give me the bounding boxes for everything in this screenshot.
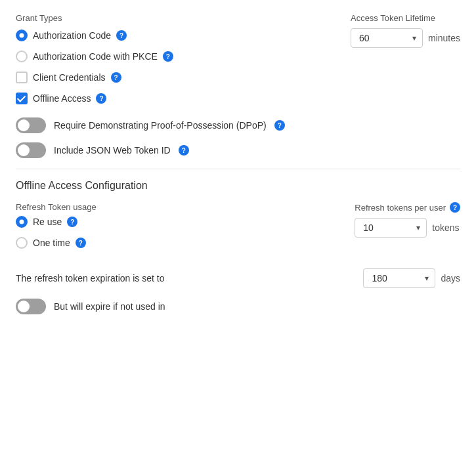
refresh-token-expiration-select[interactable]: 180 90 365 30 [363, 268, 435, 288]
radio-item-auth-code-pkce[interactable]: Authorization Code with PKCE ? [16, 51, 324, 62]
radio-reuse-label: Re use [33, 217, 62, 227]
toggle-dpop-row: Require Demonstrating Proof-of-Possessio… [16, 117, 460, 133]
toggle-jwt-row: Include JSON Web Token ID ? [16, 142, 460, 158]
access-token-lifetime-select[interactable]: 60 30 120 240 [351, 28, 423, 48]
radio-one-time-label: One time [33, 238, 70, 248]
section-divider [16, 169, 460, 169]
radio-auth-code-pkce-label: Authorization Code with PKCE [33, 51, 158, 62]
checkbox-offline-access[interactable] [16, 93, 28, 104]
checkbox-item-client-cred[interactable]: Client Credentials ? [16, 72, 324, 83]
refresh-tokens-per-user-unit: tokens [432, 222, 459, 233]
help-icon-one-time[interactable]: ? [76, 238, 86, 248]
refresh-tokens-per-user-select-wrapper[interactable]: 10 5 20 50 ▾ [355, 218, 427, 238]
help-icon-auth-code[interactable]: ? [116, 30, 127, 41]
radio-item-auth-code[interactable]: Authorization Code ? [16, 30, 324, 41]
refresh-token-usage-label: Refresh Token usage [16, 202, 97, 212]
radio-auth-code-pkce[interactable] [16, 51, 28, 62]
offline-access-config-title: Offline Access Configuration [16, 180, 460, 192]
refresh-token-expiration-unit: days [441, 273, 460, 284]
toggle-expire-slider [16, 299, 46, 314]
radio-one-time[interactable] [16, 237, 28, 249]
radio-reuse[interactable] [16, 216, 28, 228]
access-token-select-wrapper[interactable]: 60 30 120 240 ▾ [351, 28, 423, 48]
help-icon-jwt[interactable]: ? [179, 145, 189, 156]
refresh-tokens-per-user-select[interactable]: 10 5 20 50 [355, 218, 427, 238]
refresh-token-expiration-select-wrapper[interactable]: 180 90 365 30 ▾ [363, 268, 435, 288]
help-icon-reuse[interactable]: ? [67, 217, 77, 227]
toggle-expire-label: But will expire if not used in [54, 301, 165, 312]
help-icon-auth-code-pkce[interactable]: ? [163, 51, 173, 62]
checkbox-client-cred-label: Client Credentials [33, 72, 106, 83]
checkbox-offline-access-label: Offline Access [33, 93, 91, 104]
toggle-dpop-label: Require Demonstrating Proof-of-Possessio… [54, 120, 267, 131]
grant-types-label: Grant Types [16, 13, 324, 23]
radio-item-one-time[interactable]: One time ? [16, 237, 328, 249]
refresh-token-expiration-label: The refresh token expiration is set to [16, 273, 164, 284]
help-icon-dpop[interactable]: ? [274, 120, 285, 131]
toggle-dpop[interactable] [16, 117, 46, 133]
help-icon-refresh-tokens-per-user[interactable]: ? [450, 202, 460, 213]
radio-item-reuse[interactable]: Re use ? [16, 216, 328, 228]
checkbox-client-cred[interactable] [16, 72, 28, 83]
toggle-expire[interactable] [16, 299, 46, 314]
radio-auth-code-label: Authorization Code [33, 30, 111, 41]
toggle-expire-row: But will expire if not used in [16, 299, 460, 314]
toggle-jwt-slider [16, 142, 46, 158]
help-icon-client-cred[interactable]: ? [111, 72, 121, 83]
checkbox-item-offline-access[interactable]: Offline Access ? [16, 93, 324, 104]
access-token-lifetime-label: Access Token Lifetime [351, 13, 435, 23]
radio-auth-code[interactable] [16, 30, 28, 41]
refresh-tokens-per-user-label: Refresh tokens per user [355, 203, 446, 213]
help-icon-offline-access[interactable]: ? [96, 93, 106, 104]
toggle-jwt-label: Include JSON Web Token ID [54, 145, 171, 156]
toggle-dpop-slider [16, 117, 46, 133]
access-token-unit: minutes [428, 33, 460, 43]
toggle-jwt[interactable] [16, 142, 46, 158]
